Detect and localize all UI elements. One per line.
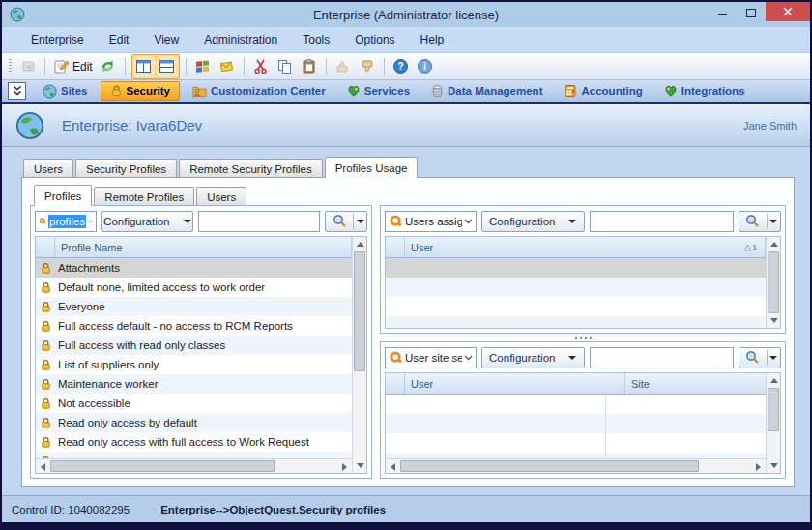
users-search-button[interactable] — [739, 211, 781, 232]
scroll-down-button[interactable] — [767, 458, 781, 473]
user-column-header[interactable]: User — [405, 373, 625, 394]
tab-integrations[interactable]: Integrations — [655, 81, 754, 101]
profile-name-column-header[interactable]: Profile Name — [55, 237, 352, 257]
empty-row[interactable] — [386, 414, 766, 433]
site-column-header[interactable]: Site — [625, 373, 766, 394]
horizontal-layout-button[interactable] — [157, 56, 178, 77]
scroll-thumb[interactable] — [768, 251, 779, 313]
tab-accounting[interactable]: Accounting — [555, 81, 651, 101]
subtab-profiles[interactable]: Profiles — [34, 185, 92, 206]
tab-users[interactable]: Users — [23, 159, 73, 178]
users-scope-combo[interactable]: Users assigned — [385, 211, 477, 232]
profile-row[interactable]: Not accessible — [36, 394, 352, 413]
refresh-button[interactable] — [98, 56, 119, 77]
empty-row[interactable] — [386, 316, 766, 328]
integrations-icon — [664, 84, 678, 98]
security-tab-row: Users Security Profiles Remote Security … — [21, 157, 795, 178]
empty-row[interactable] — [386, 433, 766, 453]
profiles-vertical-scrollbar[interactable] — [352, 237, 366, 473]
cut-button[interactable] — [250, 56, 272, 77]
profile-row[interactable]: Full access default - no access to RCM R… — [36, 316, 352, 336]
scroll-right-button[interactable] — [337, 459, 352, 474]
search-options-dropdown[interactable] — [354, 220, 366, 223]
empty-row[interactable] — [386, 278, 766, 297]
user-site-search-row: User site secur Configuration — [385, 346, 781, 368]
tab-services[interactable]: Services — [338, 81, 419, 101]
profiles-search-button[interactable] — [325, 211, 367, 232]
scroll-down-button[interactable] — [353, 458, 367, 473]
copy-button[interactable] — [275, 56, 296, 77]
toolbar-grip[interactable] — [9, 59, 12, 74]
info-button[interactable]: i — [415, 56, 436, 77]
lock-icon — [40, 359, 52, 371]
windows-button[interactable] — [192, 56, 214, 77]
paste-button[interactable] — [299, 56, 320, 77]
scroll-up-button[interactable] — [767, 373, 781, 388]
empty-row[interactable] — [386, 258, 766, 278]
menu-enterprise[interactable]: Enterprise — [31, 33, 84, 46]
help-button[interactable]: ? — [391, 56, 412, 77]
users-configuration-button[interactable]: Configuration — [481, 211, 585, 232]
profile-row[interactable]: Default none, limited access to work ord… — [36, 278, 352, 297]
menu-view[interactable]: View — [154, 33, 179, 46]
profiles-scope-combo[interactable]: profiles — [35, 211, 97, 232]
profile-row[interactable]: Everyone — [36, 297, 352, 316]
menu-options[interactable]: Options — [355, 33, 394, 46]
profile-row[interactable]: Attachments — [36, 258, 352, 278]
menu-tools[interactable]: Tools — [303, 33, 330, 46]
users-search-input[interactable] — [590, 211, 734, 232]
icon-column-header[interactable] — [36, 237, 55, 257]
profile-row[interactable]: Maintenance worker — [36, 374, 352, 394]
profiles-configuration-button[interactable]: Configuration — [102, 211, 193, 232]
tab-security-profiles[interactable]: Security Profiles — [75, 159, 177, 178]
user-site-search-button[interactable] — [739, 347, 781, 368]
scroll-thumb[interactable] — [50, 460, 275, 472]
tab-profiles-usage[interactable]: Profiles Usage — [325, 157, 419, 178]
user-site-configuration-button[interactable]: Configuration — [481, 347, 585, 368]
subtab-remote-profiles[interactable]: Remote Profiles — [94, 187, 194, 206]
vertical-layout-button[interactable] — [133, 56, 155, 77]
tab-remote-security-profiles[interactable]: Remote Security Profiles — [179, 159, 323, 178]
scroll-right-button[interactable] — [751, 459, 766, 474]
user-site-vertical-scrollbar[interactable] — [766, 373, 780, 473]
menu-edit[interactable]: Edit — [109, 33, 130, 46]
menu-administration[interactable]: Administration — [204, 33, 277, 46]
profile-row[interactable]: Read only access with full access to Wor… — [36, 432, 352, 452]
search-options-dropdown[interactable] — [768, 356, 780, 360]
search-options-dropdown[interactable] — [768, 220, 780, 223]
profiles-search-input[interactable] — [198, 211, 320, 232]
splitter-handle[interactable] — [380, 334, 786, 341]
tab-sites[interactable]: Sites — [34, 81, 97, 101]
users-vertical-scrollbar[interactable] — [766, 237, 780, 328]
edit-button[interactable]: Edit — [51, 56, 95, 77]
profile-row-partial[interactable] — [36, 452, 352, 458]
tab-overflow-button[interactable] — [8, 82, 26, 100]
scroll-left-button[interactable] — [36, 459, 50, 474]
scroll-thumb[interactable] — [354, 251, 365, 371]
thumbs-down-button[interactable] — [357, 56, 378, 77]
icon-column-header[interactable] — [386, 373, 405, 394]
scroll-down-button[interactable] — [767, 313, 781, 328]
profiles-horizontal-scrollbar[interactable] — [36, 458, 352, 473]
empty-row[interactable] — [386, 395, 766, 414]
subtab-users[interactable]: Users — [196, 187, 246, 206]
tab-data-management[interactable]: Data Management — [422, 81, 551, 101]
empty-row[interactable] — [386, 297, 766, 316]
profile-row[interactable]: Read only access by default — [36, 413, 352, 432]
profile-row[interactable]: List of suppliers only — [36, 355, 352, 374]
scroll-up-button[interactable] — [353, 237, 367, 251]
user-column-header[interactable]: User 1 — [405, 237, 766, 257]
scroll-up-button[interactable] — [767, 237, 781, 251]
tab-security[interactable]: Security — [101, 81, 180, 101]
user-site-search-input[interactable] — [590, 347, 734, 368]
menu-help[interactable]: Help — [420, 33, 445, 46]
tab-customization-center[interactable]: Customization Center — [184, 81, 334, 101]
user-site-horizontal-scrollbar[interactable] — [386, 458, 766, 473]
icon-column-header[interactable] — [386, 237, 405, 257]
scroll-thumb[interactable] — [400, 460, 699, 472]
profile-row[interactable]: Full access with read only classes — [36, 336, 352, 355]
send-button[interactable] — [217, 56, 238, 77]
scroll-left-button[interactable] — [386, 459, 400, 474]
scroll-thumb[interactable] — [768, 388, 779, 431]
user-site-scope-combo[interactable]: User site secur — [385, 347, 477, 368]
